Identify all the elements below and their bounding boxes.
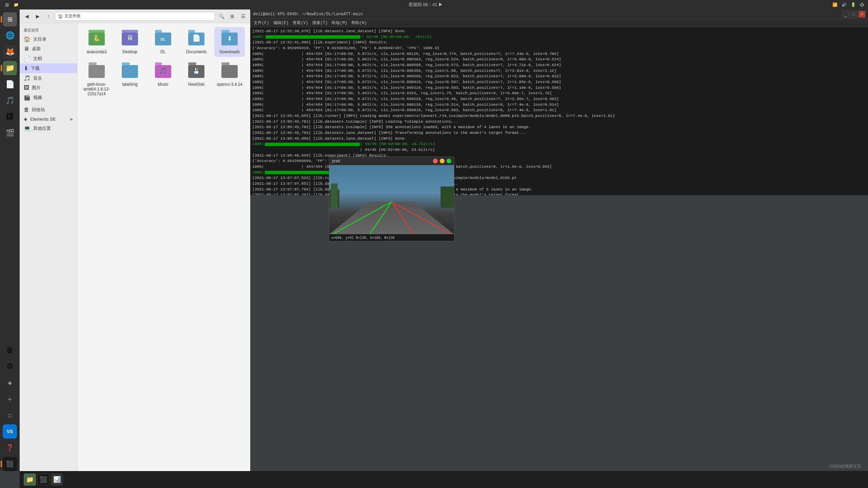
- fm-recent-section: 最近使用: [20, 26, 77, 34]
- elements-icon: ◈: [24, 116, 27, 122]
- svg-rect-7: [155, 30, 162, 33]
- fm-folder-dl[interactable]: DL DL: [148, 27, 178, 57]
- dock-add[interactable]: ＋: [3, 392, 17, 406]
- power-icon[interactable]: ⏻: [860, 2, 864, 7]
- sidebar-item-downloads[interactable]: ⬇ 下载: [20, 63, 77, 73]
- sidebar-pictures-label: 图片: [32, 85, 41, 91]
- dock-files[interactable]: 📁: [3, 61, 17, 75]
- fm-folder-anaconda3[interactable]: 🐍 anaconda3: [81, 27, 112, 57]
- svg-rect-26: [221, 62, 230, 65]
- svg-rect-1: [88, 30, 105, 33]
- dock-firefox[interactable]: 🦊: [3, 45, 17, 59]
- taskbar-terminal[interactable]: ⬛: [37, 473, 50, 486]
- sidebar-item-music[interactable]: 🎵 音乐: [20, 73, 77, 83]
- fm-back-button[interactable]: ◀: [22, 12, 31, 21]
- dock-other[interactable]: ◻: [3, 408, 17, 422]
- dock-trash[interactable]: 🗑: [3, 343, 17, 357]
- svg-rect-16: [88, 62, 97, 65]
- term-menu-search[interactable]: 搜索(T): [310, 19, 330, 26]
- opencv-folder-label: opencv-3.4.14: [217, 82, 242, 87]
- sidebar-videos-label: 视频: [33, 95, 42, 101]
- fm-menu-button[interactable]: ☰: [239, 12, 248, 21]
- taskbar-app3[interactable]: 📊: [51, 473, 63, 486]
- term-menu-file[interactable]: 文件(F): [252, 19, 271, 26]
- fm-grid: 🐍 anaconda3 🖥 Desktop: [81, 27, 246, 99]
- sidebar-item-elements[interactable]: ◈ Elements SE ▶: [20, 115, 77, 123]
- activities-icon[interactable]: ⊞: [4, 2, 10, 8]
- pred-min-btn[interactable]: [440, 159, 445, 163]
- dock-activities[interactable]: ⊞: [3, 12, 17, 26]
- sidebar-item-desktop[interactable]: 🖥 桌面: [20, 44, 77, 54]
- term-menu-view[interactable]: 查看(V): [291, 19, 310, 26]
- dock-help[interactable]: ❓: [3, 441, 17, 455]
- pred-close-btn[interactable]: [433, 159, 438, 163]
- terminal-minimize-btn[interactable]: _: [842, 11, 849, 18]
- taskbar-files[interactable]: 📁: [24, 473, 36, 486]
- term-line-18: [2021-08-17 13:05:45,793] [llb.datasets.…: [252, 130, 866, 136]
- dock-codestudio[interactable]: VS: [3, 424, 17, 439]
- fm-folder-desktop[interactable]: 🖥 Desktop: [115, 27, 145, 57]
- top-bar-right: 📶 🔊 🔋 ⏻: [832, 2, 864, 7]
- newdisk-folder-label: NewDisk: [188, 82, 204, 87]
- fm-up-button[interactable]: ↑: [44, 12, 53, 21]
- sidebar-trash-label: 回收站: [32, 107, 45, 113]
- term-line-7: 100%| | 454/454 [01:17<00:00, 5.87lt/s, …: [252, 68, 866, 74]
- dock-settings[interactable]: ⚙: [3, 359, 17, 373]
- fm-folder-geth[interactable]: geth-linux-amd64-1.8.13-22517a14: [81, 60, 112, 99]
- sidebar-item-documents[interactable]: 📄 文档: [20, 54, 77, 63]
- battery-icon[interactable]: 🔋: [851, 2, 856, 7]
- term-menu-edit[interactable]: 编辑(E): [271, 19, 291, 26]
- fm-path-bar[interactable]: 🏠 主文件夹: [55, 12, 215, 21]
- sidebar-item-home[interactable]: 🏠 主目录: [20, 34, 77, 44]
- term-menu-help[interactable]: 帮助(H): [349, 19, 369, 26]
- svg-rect-25: [221, 65, 238, 78]
- fm-toolbar: ◀ ▶ ↑ 🏠 主文件夹 🔍 ⊞ ☰: [20, 9, 250, 23]
- svg-text:📄: 📄: [192, 34, 201, 42]
- term-line-11: 100%| | 454/454 [01:17<00:00, 5.86lt/s, …: [252, 90, 866, 96]
- fm-view-button[interactable]: ⊞: [228, 12, 237, 21]
- pred-titlebar: pred: [329, 157, 454, 165]
- svg-rect-20: [155, 62, 162, 65]
- bottom-taskbar: 📁 ⬛ 📊: [20, 471, 868, 488]
- dock-terminal[interactable]: ⬛: [3, 457, 17, 471]
- fm-forward-button[interactable]: ▶: [33, 12, 42, 21]
- svg-text:🎵: 🎵: [159, 67, 167, 75]
- term-menu-terminal[interactable]: 终端(M): [330, 19, 349, 26]
- fm-folder-documents[interactable]: 📄 Documents: [181, 27, 212, 57]
- fm-recent-label: 最近使用: [20, 26, 77, 34]
- fm-folder-music[interactable]: 🎵 Music: [148, 60, 178, 99]
- desktop-folder-icon: 🖥: [122, 30, 138, 48]
- files-icon[interactable]: 📁: [13, 2, 19, 8]
- svg-rect-35: [440, 186, 454, 208]
- network-icon[interactable]: 📶: [832, 2, 837, 7]
- dock-videos[interactable]: 🎬: [3, 126, 17, 140]
- dock-documents[interactable]: 📄: [3, 77, 17, 92]
- terminal-titlebar: dell@dell-XPS-8940: ~/NewDisk/DL/LaneATT…: [250, 9, 868, 19]
- volume-icon[interactable]: 🔊: [842, 2, 847, 7]
- fm-folder-labelimg[interactable]: labelImg: [115, 60, 145, 99]
- sidebar-item-videos[interactable]: 🎬 视频: [20, 93, 77, 102]
- pred-max-btn[interactable]: [447, 159, 451, 163]
- top-bar: ⊞ 📁 星期四 08：41 ▶ 📶 🔊 🔋 ⏻: [0, 0, 868, 9]
- progress-bar-2: [265, 143, 360, 146]
- sidebar-item-trash[interactable]: 🗑 回收站: [20, 105, 77, 115]
- dock-chromium[interactable]: 🌐: [3, 28, 17, 43]
- dock-music[interactable]: 🎵: [3, 94, 17, 108]
- term-line-9: 100%| | 454/454 [01:17<00:00, 5.87lt/s, …: [252, 79, 866, 85]
- fm-search-button[interactable]: 🔍: [217, 12, 226, 21]
- fm-folder-downloads[interactable]: ⬇ Downloads: [214, 27, 245, 57]
- anaconda3-icon: 🐍: [88, 30, 105, 48]
- sidebar-item-pictures[interactable]: 🖼 图片: [20, 83, 77, 93]
- terminal-close-btn[interactable]: ×: [859, 11, 865, 18]
- dock-elements[interactable]: ◈: [3, 375, 17, 390]
- fm-folder-newdisk[interactable]: 💾 NewDisk: [181, 60, 212, 99]
- terminal-maximize-btn[interactable]: □: [850, 11, 857, 18]
- term-line-4: 100%| | 454/454 [01:17<00:00, 5.87lt/s, …: [252, 51, 866, 57]
- svg-text:DL: DL: [161, 37, 166, 41]
- sidebar-item-other[interactable]: 💻 其他位置: [20, 123, 77, 133]
- music-folder-icon: 🎵: [155, 62, 171, 81]
- terminal-menubar: 文件(F) 编辑(E) 查看(V) 搜索(T) 终端(M) 帮助(H): [250, 19, 868, 27]
- fm-folder-opencv[interactable]: opencv-3.4.14: [214, 60, 245, 99]
- dock-photos[interactable]: 🖼: [3, 110, 17, 124]
- csdn-badge: CSDN@我家宝贝: [829, 464, 861, 469]
